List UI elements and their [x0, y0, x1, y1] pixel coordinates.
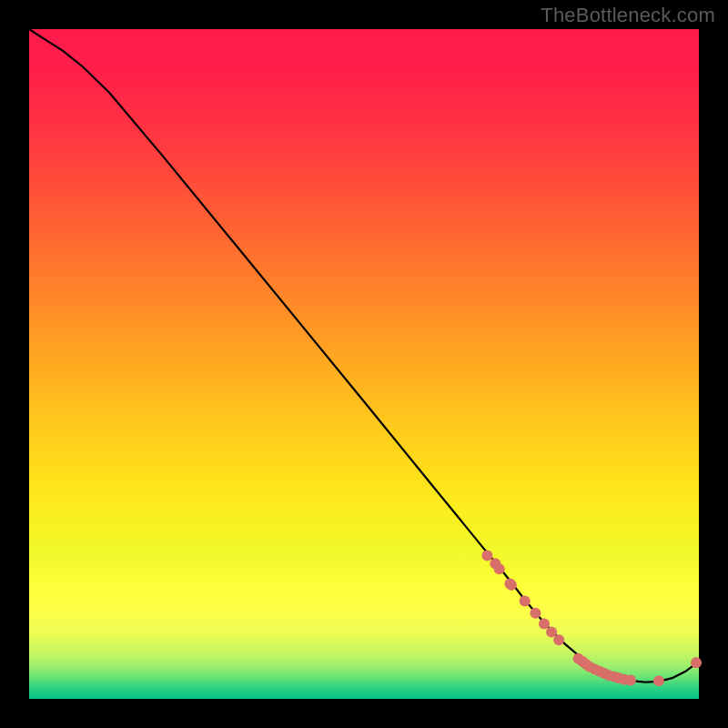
data-marker [530, 608, 541, 619]
data-marker [653, 675, 664, 686]
data-marker [494, 563, 505, 574]
data-marker [506, 580, 517, 591]
data-marker [539, 619, 550, 630]
data-marker [553, 634, 564, 645]
data-marker [520, 596, 531, 607]
data-marker [481, 551, 492, 561]
bottleneck-curve [29, 29, 699, 682]
data-marker [625, 674, 636, 685]
data-marker [546, 626, 557, 637]
marker-group [481, 551, 702, 687]
data-marker [691, 657, 702, 668]
plot-area [29, 29, 699, 699]
watermark-text: TheBottleneck.com [541, 4, 715, 27]
curve-layer [29, 29, 699, 699]
chart-stage: TheBottleneck.com [0, 0, 728, 728]
